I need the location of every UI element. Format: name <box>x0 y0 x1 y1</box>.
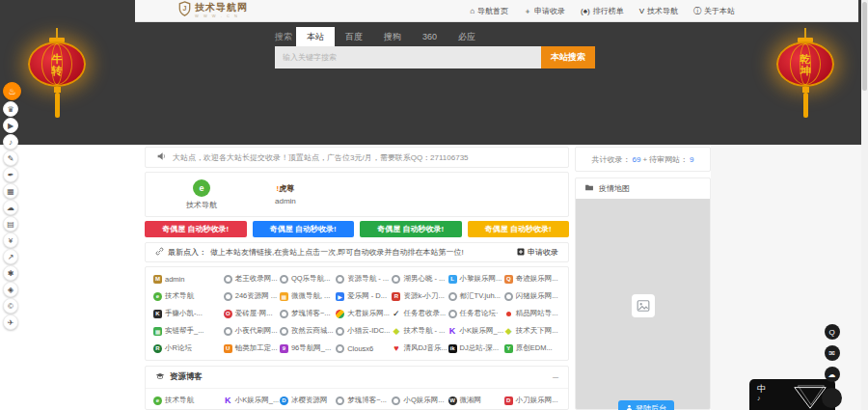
site-link[interactable]: Clousx6 <box>336 341 392 357</box>
site-link[interactable]: ◆技术导航 - ... <box>392 323 448 340</box>
person-icon <box>626 404 633 410</box>
scrollbar-thumb[interactable] <box>862 2 867 91</box>
promo-banner-1[interactable]: 奇偶屋 自动秒收录! <box>145 221 247 237</box>
site-link[interactable]: K手赚小凯-... <box>153 306 224 322</box>
site-link[interactable]: 梦瑰博客~... <box>336 393 392 409</box>
qq-icon[interactable]: Q <box>825 324 840 340</box>
site-links-grid: Madmin老王收录网...QQ乐导航...资源导航 - ...湖男心晓 - .… <box>153 270 560 357</box>
search-tab-搜狗[interactable]: 搜狗 <box>373 27 412 46</box>
nav-home[interactable]: ⌂导航首页 <box>470 6 508 16</box>
site-link[interactable]: e技术导航 <box>153 288 224 305</box>
site-link[interactable]: ▦微微导航, ... <box>280 288 336 305</box>
site-link[interactable]: 小Q娱乐网... <box>392 393 448 409</box>
site-link[interactable]: 资源导航 - ... <box>336 271 392 287</box>
site-link-label: 梦瑰博客~... <box>347 396 387 405</box>
gem-icon[interactable]: ◈ <box>3 282 18 297</box>
file-icon[interactable]: ▤ <box>3 216 18 232</box>
page-scrollbar[interactable] <box>861 0 868 410</box>
site-link[interactable]: Madmin <box>153 271 224 287</box>
site-link[interactable]: Y原创EDM... <box>504 341 560 357</box>
site-link[interactable]: 湖男心晓 - ... <box>392 271 448 287</box>
site-link[interactable]: U铀类加工定... <box>224 341 280 357</box>
site-link[interactable]: 小猫云-IDC... <box>336 323 392 340</box>
site-link[interactable]: 孜然云商城... <box>280 323 336 340</box>
site-link[interactable]: 大君娱乐网... <box>336 306 392 322</box>
site-link[interactable]: Q奇迹娱乐网... <box>504 271 560 287</box>
latest-text: 做上本站友情链接,在贵站上点击一次,即可自动收录并自动排在本站第一位! <box>210 247 464 258</box>
yen-icon[interactable]: ¥ <box>3 232 18 248</box>
music-icon[interactable]: ♪ <box>3 134 18 150</box>
hot-icon[interactable]: ♨ <box>3 82 21 100</box>
collapse-button[interactable]: ─ <box>553 372 558 382</box>
search-tab-本站[interactable]: 本站 <box>296 27 335 46</box>
copyright-icon[interactable]: © <box>3 298 18 314</box>
nav-apply[interactable]: ＋申请收录 <box>524 6 565 16</box>
site-link[interactable]: ▶爱乐网 - D... <box>336 288 392 305</box>
featured-site[interactable]: !虎尊 admin <box>275 184 296 205</box>
site-link[interactable]: 小夜代刷网... <box>224 323 280 340</box>
search-tab-360[interactable]: 360 <box>412 27 448 46</box>
site-link[interactable]: 都汇TV.juh... <box>448 288 504 305</box>
nav-about-label: 关于本站 <box>704 6 735 16</box>
music-note-icon: ♪ <box>757 394 766 403</box>
apps-icon[interactable]: ▦ <box>3 183 18 199</box>
nav-about[interactable]: ⓘ关于本站 <box>693 6 735 16</box>
site-favicon <box>280 327 288 336</box>
site-link[interactable]: O爱砖屋·网... <box>224 306 280 322</box>
site-link[interactable]: 任务君论坛· <box>448 306 504 322</box>
site-link-label: 爱砖屋·网... <box>235 309 273 318</box>
site-favicon <box>224 327 232 336</box>
search-input[interactable] <box>275 46 541 68</box>
site-link[interactable]: 精品网站导... <box>504 306 560 322</box>
site-link[interactable]: 梦瑰博客~... <box>280 306 336 322</box>
plane-icon[interactable]: ✈ <box>3 314 18 330</box>
site-link[interactable]: ikDJ总站-深... <box>448 341 504 357</box>
gear-icon[interactable]: ✱ <box>3 265 18 281</box>
nav-tech[interactable]: V技术导航 <box>639 6 678 16</box>
site-link[interactable]: R资源k-小刀... <box>392 288 448 305</box>
site-link[interactable]: D冰樱资源网 <box>280 393 336 409</box>
site-link[interactable]: 闪猪娱乐网... <box>504 288 560 305</box>
promo-banner-2[interactable]: 奇偶屋 自动秒收录! <box>253 221 355 237</box>
search-button[interactable]: 本站搜索 <box>541 46 595 68</box>
promo-banner-3[interactable]: 奇偶屋 自动秒收录! <box>360 221 462 237</box>
admin-login-button[interactable]: 登陆后台 <box>618 400 674 410</box>
site-link[interactable]: R小R论坛 <box>153 341 224 357</box>
apply-inclusion-link[interactable]: 申请收录 <box>517 247 558 258</box>
site-link[interactable]: 246资源网 ... <box>224 288 280 305</box>
cloud-chat-icon[interactable]: ☁ <box>825 367 840 382</box>
brush-icon[interactable]: ✎ <box>3 150 18 166</box>
site-link[interactable]: ◆技术天下网... <box>504 323 560 340</box>
blank-circle-button[interactable] <box>822 388 842 408</box>
text-site-logo: !虎尊 <box>277 184 295 194</box>
site-link[interactable]: D小刀娱乐网... <box>504 393 560 409</box>
site-link-label: 精品网站导... <box>516 309 558 318</box>
site-link[interactable]: L小黎娱乐网... <box>448 271 504 287</box>
site-link-label: 孜然云商城... <box>291 326 334 336</box>
site-link-label: 冰樱资源网 <box>291 396 328 405</box>
site-logo[interactable]: J 技术导航网 W W W . C N <box>178 1 248 20</box>
site-link[interactable]: QQ乐导航... <box>280 271 336 287</box>
pen-icon[interactable]: ✒ <box>3 167 18 182</box>
cloud-icon[interactable]: ☁ <box>3 200 18 215</box>
chart-icon[interactable]: ↗ <box>3 249 18 264</box>
site-link[interactable]: 996导航网_... <box>280 341 336 357</box>
site-link[interactable]: K小K娱乐网_... <box>448 323 504 340</box>
site-link[interactable]: ▦实链帮手_... <box>153 323 224 340</box>
site-link[interactable]: K小K娱乐网_... <box>224 393 280 409</box>
site-link[interactable]: ✓任务君收录... <box>392 306 448 322</box>
nav-rank[interactable]: (♠)排行榜单 <box>581 6 624 16</box>
search-tab-必应[interactable]: 必应 <box>448 27 486 46</box>
promo-banner-4[interactable]: 奇偶屋 自动秒收录! <box>468 221 570 237</box>
site-link[interactable]: e技术导航 <box>153 393 224 409</box>
site-link[interactable]: 老王收录网... <box>224 271 280 287</box>
video-icon[interactable]: ▶ <box>3 118 18 133</box>
mail-icon[interactable]: ✉ <box>825 345 840 361</box>
site-link[interactable]: W微湘网 <box>448 393 504 409</box>
folder-icon <box>584 183 594 194</box>
site-link[interactable]: ♥清风DJ音乐... <box>392 341 448 357</box>
featured-site[interactable]: e 技术导航 <box>186 179 217 210</box>
featured-site-label: 技术导航 <box>186 200 217 210</box>
search-tab-百度[interactable]: 百度 <box>335 27 373 46</box>
hat-icon[interactable]: ♛ <box>3 101 18 117</box>
